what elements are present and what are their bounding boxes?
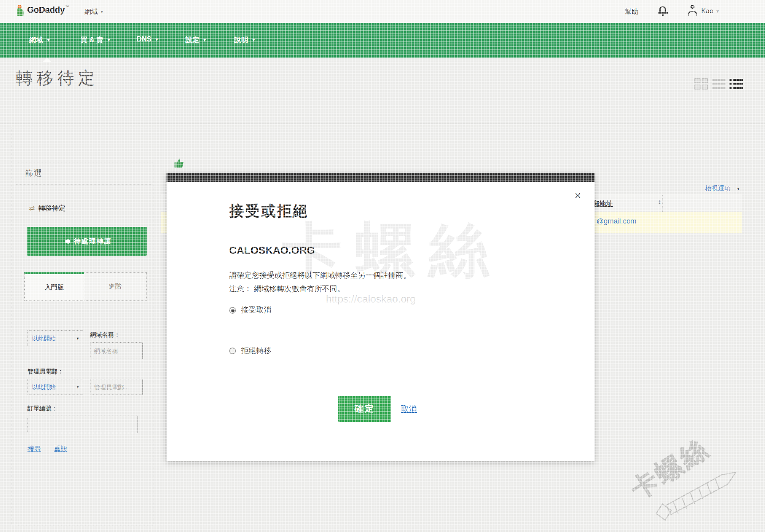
- domain-begins-with-select[interactable]: 以此開始 ▾: [27, 330, 83, 346]
- email-address-cell: @gmail.com: [596, 217, 636, 226]
- caret-down-icon[interactable]: ▾: [737, 186, 740, 191]
- confirm-button[interactable]: 確定: [338, 396, 391, 422]
- nav-item-settings[interactable]: 設定▼: [185, 35, 207, 45]
- accept-or-decline-modal: × 卡螺絲 https://caloskao.org 接受或拒絕 CALOSKA…: [167, 173, 594, 461]
- trademark-symbol: ™: [65, 5, 69, 9]
- tab-advanced[interactable]: 進階: [84, 272, 147, 301]
- radio-accept-cancellation[interactable]: 接受取消: [229, 305, 271, 315]
- watermark-url-text: https://caloskao.org: [326, 293, 416, 305]
- filter-tabs: 入門版 進階: [24, 272, 147, 301]
- order-number-label: 訂單編號：: [27, 405, 57, 412]
- godaddy-logo-text: GoDaddy: [27, 5, 65, 15]
- pending-transfers-back-button[interactable]: 待處理轉讓: [27, 227, 147, 256]
- user-menu[interactable]: Kao ▾: [701, 7, 719, 15]
- caret-down-icon: ▼: [251, 37, 256, 42]
- search-link[interactable]: 搜尋: [27, 444, 41, 453]
- help-link[interactable]: 幫助: [625, 7, 638, 16]
- filter-sidebar: 篩選 ⇄ 轉移待定 待處理轉讓 入門版 進階 以此開始 ▾ 網域名稱： 管理員電…: [16, 163, 153, 526]
- nav-item-domains[interactable]: 網域▼: [29, 35, 51, 45]
- modal-body-line2: 注意： 網域移轉次數會有所不同。: [229, 284, 345, 294]
- account-person-icon[interactable]: [688, 5, 698, 17]
- top-bar: GoDaddy ™ 網域 ▾ 幫助 Kao ▾: [0, 0, 765, 23]
- caret-down-icon: ▼: [106, 37, 111, 42]
- chevron-down-icon: ▾: [101, 9, 103, 14]
- nav-item-dns[interactable]: DNS▼: [137, 35, 159, 43]
- cancel-link[interactable]: 取消: [401, 404, 417, 414]
- godaddy-transfer-pending-page: GoDaddy ™ 網域 ▾ 幫助 Kao ▾ 網域▼ 買 & 賣▼ DNS▼ …: [0, 0, 765, 532]
- domains-menu[interactable]: 網域 ▾: [84, 7, 103, 16]
- back-button-label: 待處理轉讓: [74, 237, 112, 246]
- close-icon[interactable]: ×: [575, 190, 581, 201]
- pending-transfers-label: 轉移待定: [38, 204, 65, 213]
- godaddy-mascot-icon: [17, 5, 25, 17]
- filter-header: 篩選: [25, 168, 43, 179]
- modal-domain-name: CALOSKAO.ORG: [229, 244, 315, 257]
- modal-top-bar: [167, 173, 594, 182]
- modal-body-line1: 請確定您接受或拒絕將以下網域轉移至另一個註冊商。: [229, 270, 411, 281]
- grid-view-icon[interactable]: [694, 78, 708, 90]
- view-options-link[interactable]: 檢視選項: [705, 185, 731, 193]
- caret-down-icon: ▼: [155, 37, 159, 42]
- radio-selected-icon: [229, 307, 236, 314]
- radio-unselected-icon: [229, 347, 236, 354]
- topbar-divider: [75, 4, 75, 19]
- arrow-left-icon: [62, 239, 70, 244]
- list-view-icon[interactable]: [712, 78, 726, 90]
- modal-title: 接受或拒絕: [229, 201, 309, 221]
- caret-down-icon: ▾: [76, 336, 79, 341]
- nav-item-help[interactable]: 說明▼: [234, 35, 256, 45]
- sort-icon[interactable]: ↕: [658, 198, 661, 206]
- email-begins-with-select[interactable]: 以此開始 ▾: [27, 379, 83, 395]
- view-toggle-group: [694, 78, 743, 90]
- radio-decline-transfer[interactable]: 拒絕轉移: [229, 346, 271, 356]
- detail-view-icon[interactable]: [730, 78, 743, 90]
- title-divider: [0, 124, 765, 124]
- domains-menu-label: 網域: [84, 7, 98, 16]
- sidebar-divider: [16, 185, 153, 185]
- sidebar-item-pending-transfers[interactable]: ⇄ 轉移待定: [29, 204, 65, 213]
- caret-down-icon: ▼: [46, 37, 51, 42]
- active-nav-indicator: [43, 58, 51, 62]
- main-navbar: 網域▼ 買 & 賣▼ DNS▼ 設定▼ 說明▼: [0, 23, 765, 58]
- caret-down-icon: ▾: [76, 385, 79, 390]
- admin-email-input[interactable]: [90, 379, 143, 395]
- page-title: 轉移待定: [16, 67, 99, 89]
- thumbs-up-icon: [174, 158, 184, 171]
- chevron-down-icon: ▾: [716, 9, 719, 14]
- reset-link[interactable]: 重設: [54, 444, 67, 453]
- notifications-bell-icon[interactable]: [658, 5, 668, 16]
- user-name: Kao: [701, 7, 713, 15]
- caret-down-icon: ▼: [202, 37, 207, 42]
- domain-name-input[interactable]: [90, 342, 143, 359]
- admin-email-label: 管理員電郵：: [27, 368, 63, 375]
- tab-basic[interactable]: 入門版: [24, 272, 84, 301]
- godaddy-logo[interactable]: GoDaddy ™: [17, 5, 69, 17]
- transfer-arrows-icon: ⇄: [29, 204, 35, 212]
- domain-name-label: 網域名稱：: [90, 331, 120, 339]
- nav-item-buy-sell[interactable]: 買 & 賣▼: [80, 35, 111, 45]
- order-number-input[interactable]: [27, 416, 138, 433]
